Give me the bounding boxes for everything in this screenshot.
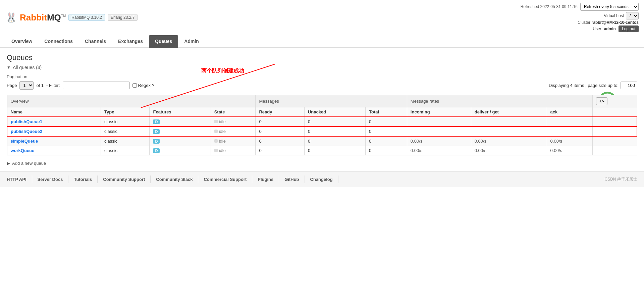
footer-community-slack[interactable]: Community Slack [151,176,198,183]
cell-type: classic [101,127,150,136]
plus-minus-btn-cell: +/- [593,95,637,107]
cell-incoming [407,117,471,127]
erlang-badge: Erlang 23.2.7 [108,14,138,21]
footer-changelog[interactable]: Changelog [305,176,338,183]
cell-ready: 0 [256,117,304,127]
nav-bar: Overview Connections Channels Exchanges … [0,35,644,48]
section-toggle[interactable]: ▼ [7,65,11,70]
queue-name-link[interactable]: publishQueue2 [11,129,42,134]
pagination-section: Pagination Page 1 of 1 - Filter: Regex ?… [7,74,637,90]
col-state: State [211,107,256,117]
cell-total: 0 [366,127,407,136]
table-row: simpleQueueclassicDidle0000.00/s0.00/s0.… [7,136,637,146]
state-text: idle [219,129,226,134]
cell-deliver-get: 0.00/s [471,146,547,155]
footer: HTTP API Server Docs Tutorials Community… [0,171,644,187]
state-text: idle [219,148,226,153]
footer-server-docs[interactable]: Server Docs [32,176,69,183]
refresh-row: Refreshed 2022-05-31 09:11:16 No refresh… [521,3,639,11]
logo-mq: MQ [47,12,61,22]
footer-commercial-support[interactable]: Commercial Support [198,176,252,183]
cell-type: classic [101,117,150,127]
refreshed-time: Refreshed 2022-05-31 09:11:16 [521,4,578,9]
cell-state: idle [211,127,256,136]
cell-incoming: 0.00/s [407,146,471,155]
annotation-container: 两个队列创建成功 Pagination Page 1 of 1 - Filter… [7,74,637,166]
page-size-input[interactable] [621,82,637,89]
section-message-rates: Message rates [407,95,592,107]
page-select[interactable]: 1 [19,81,34,90]
plus-minus-button[interactable]: +/- [596,97,607,105]
cell-deliver-get: 0.00/s [471,136,547,146]
footer-github[interactable]: GitHub [279,176,305,183]
vhost-row: Virtual host / [521,12,639,19]
col-features: Features [150,107,211,117]
add-queue-section[interactable]: ▶ Add a new queue [7,161,637,166]
cell-feature: D [150,117,211,127]
section-label: All queues (4) [13,65,42,70]
nav-overview[interactable]: Overview [5,35,38,48]
cell-extra [593,146,637,155]
footer-tutorials[interactable]: Tutorials [68,176,98,183]
footer-http-api[interactable]: HTTP API [7,176,32,183]
filter-input[interactable] [63,82,130,89]
col-ready: Ready [256,107,304,117]
footer-plugins[interactable]: Plugins [252,176,279,183]
user-name: admin [604,27,616,31]
nav-exchanges[interactable]: Exchanges [112,35,149,48]
col-total: Total [366,107,407,117]
queue-name-link[interactable]: publishQueue1 [11,119,42,124]
rabbit-icon: 🐰 [5,12,17,23]
col-type: Type [101,107,150,117]
queues-table: Overview Messages Message rates +/- Name… [7,95,637,155]
cell-feature: D [150,136,211,146]
regex-label: Regex ? [132,83,155,88]
table-row: workQueueclassicDidle0000.00/s0.00/s0.00… [7,146,637,155]
col-incoming: incoming [407,107,471,117]
cell-unacked: 0 [304,117,365,127]
top-bar: 🐰 RabbitMQTM RabbitMQ 3.10.2 Erlang 23.2… [0,0,644,35]
state-text: idle [219,139,226,144]
nav-admin[interactable]: Admin [178,35,205,48]
user-row: User admin Log out [521,26,639,32]
cell-type: classic [101,136,150,146]
nav-channels[interactable]: Channels [79,35,112,48]
cell-name: workQueue [7,146,101,155]
cell-state: idle [211,136,256,146]
feature-badge: D [153,148,160,153]
footer-credit: CSDN @千乐居士 [604,177,637,182]
version-badge: RabbitMQ 3.10.2 [68,14,105,21]
cell-name: publishQueue2 [7,127,101,136]
page-title: Queues [7,53,637,62]
cell-feature: D [150,127,211,136]
logout-button[interactable]: Log out [619,26,639,32]
col-unacked: Unacked [304,107,365,117]
add-queue-arrow: ▶ [7,161,10,166]
nav-queues[interactable]: Queues [149,35,178,48]
feature-badge: D [153,139,160,144]
cell-feature: D [150,146,211,155]
pagination-controls: Page 1 of 1 - Filter: Regex ? Displaying… [7,81,637,90]
feature-badge: D [153,129,160,134]
vhost-select[interactable]: / [626,12,639,19]
cell-unacked: 0 [304,127,365,136]
logo-rabbit: Rabbit [20,12,47,22]
virtual-host-label: Virtual host [604,13,624,18]
col-ack: ack [547,107,593,117]
section-overview: Overview [7,95,256,107]
regex-checkbox[interactable] [132,83,137,88]
display-info-text: Displaying 4 items , page size up to: [549,83,619,88]
page-label: Page [7,83,17,88]
logo-area: 🐰 RabbitMQTM RabbitMQ 3.10.2 Erlang 23.2… [5,12,138,23]
queue-name-link[interactable]: workQueue [11,148,35,153]
queue-name-link[interactable]: simpleQueue [11,139,38,144]
state-text: idle [219,119,226,124]
table-row: publishQueue1classicDidle000 [7,117,637,127]
display-info: Displaying 4 items , page size up to: [549,82,637,89]
refresh-select[interactable]: No refreshRefresh every 5 secondsRefresh… [580,3,639,11]
nav-connections[interactable]: Connections [38,35,79,48]
main-content: Queues ▼ All queues (4) 两个队列创建成功 Paginat… [0,48,644,171]
logo-text: RabbitMQTM [20,12,66,23]
footer-community-support[interactable]: Community Support [98,176,151,183]
cell-ack: 0.00/s [547,146,593,155]
